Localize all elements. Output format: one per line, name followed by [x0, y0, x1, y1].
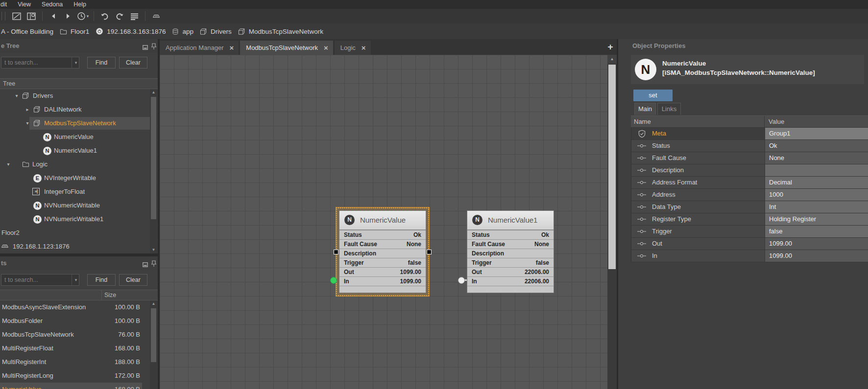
tree-item-numericvalue[interactable]: NNumericValue [0, 130, 150, 144]
tree-item-floor2[interactable]: Floor2 [0, 226, 150, 240]
kits-search-input[interactable] [1, 274, 79, 286]
property-value[interactable]: 1099.00 [765, 250, 868, 262]
tree-item-nvnumericwritable[interactable]: NNVNumericWritable [0, 199, 150, 212]
tree-search-input[interactable] [1, 57, 79, 69]
tree-item-drivers[interactable]: ▾Drivers [0, 89, 150, 103]
scroll-up-icon[interactable]: ▲ [607, 55, 617, 64]
menu-item-sedona[interactable]: Sedona [41, 1, 63, 8]
pin-icon[interactable] [151, 260, 156, 269]
property-row-address-format[interactable]: Address FormatDecimal [631, 177, 868, 189]
menu-item-dit[interactable]: dit [0, 1, 7, 8]
property-value[interactable]: Ok [765, 140, 868, 152]
property-value[interactable]: Group1 [765, 128, 868, 139]
kits-scroll-thumb[interactable] [151, 308, 156, 362]
property-row-meta[interactable]: MetaGroup1 [631, 128, 868, 140]
tree-item-dalinetwork[interactable]: ▸DALINetwork [0, 103, 150, 116]
property-row-data-type[interactable]: Data TypeInt [631, 201, 868, 213]
node-numericvalue1[interactable]: NNumericValue1StatusOkFault CauseNoneDes… [467, 210, 554, 293]
property-row-address[interactable]: Address1000 [631, 189, 868, 201]
property-row-out[interactable]: Out1099.00 [631, 238, 868, 250]
kits-clear-button[interactable]: Clear [119, 274, 147, 286]
nav-back-button[interactable] [46, 10, 61, 22]
resize-handle-right[interactable] [427, 250, 432, 254]
input-port-connected-icon[interactable] [330, 277, 337, 284]
kits-find-button[interactable]: Find [87, 274, 116, 286]
new-tab-button[interactable]: + [605, 41, 616, 53]
breadcrumb-item-modbustcpslavenetwork[interactable]: ModbusTcpSlaveNetwork [238, 28, 323, 35]
tree-scroll-thumb[interactable] [151, 97, 156, 219]
restore-panel-icon[interactable] [143, 43, 148, 52]
scroll-up-icon[interactable]: ▲ [150, 300, 157, 307]
expander-open-icon[interactable]: ▾ [13, 89, 20, 103]
property-value[interactable] [765, 164, 868, 176]
property-row-register-type[interactable]: Register TypeHolding Register [631, 213, 868, 226]
kit-row-multiregisterint[interactable]: MultiRegisterInt188.00 B [0, 355, 150, 369]
toolbar-grip[interactable] [1, 12, 5, 21]
tree-item-modbustcpslavenetwork[interactable]: ▾ModbusTcpSlaveNetwork [0, 116, 150, 130]
kit-row-multiregisterlong[interactable]: MultiRegisterLong172.00 B [0, 369, 150, 383]
close-icon[interactable]: × [324, 45, 328, 51]
property-value[interactable]: 1000 [765, 189, 868, 201]
tree-item-logic[interactable]: ▾Logic [0, 158, 150, 171]
tree-find-button[interactable]: Find [87, 57, 116, 69]
tab-logic[interactable]: Logic× [335, 41, 371, 55]
pin-icon[interactable] [151, 43, 156, 52]
property-value[interactable]: None [765, 152, 868, 164]
property-row-trigger[interactable]: Triggerfalse [631, 226, 868, 238]
resize-handle-left[interactable] [334, 250, 338, 254]
property-value[interactable]: 1099.00 [765, 238, 868, 250]
breadcrumb-item-app[interactable]: app [172, 28, 193, 35]
tree-scrollbar[interactable]: ▲ ▼ [150, 89, 157, 253]
breadcrumb-item-floor1[interactable]: Floor1 [60, 28, 89, 35]
kit-row-modbusfolder[interactable]: ModbusFolder100.00 B [0, 314, 150, 328]
set-button[interactable]: set [633, 90, 673, 101]
canvas-scroll-thumb[interactable] [608, 65, 616, 269]
panel-find-button[interactable] [24, 10, 39, 22]
kit-row-modbustcpslavenetwork[interactable]: ModbusTcpSlaveNetwork76.00 B [0, 328, 150, 342]
property-value[interactable]: false [765, 226, 868, 237]
search-dropdown-caret-icon[interactable]: ▾ [72, 275, 80, 285]
property-row-status[interactable]: StatusOk [631, 140, 868, 152]
properties-tab-links[interactable]: Links [657, 103, 681, 115]
property-row-fault-cause[interactable]: Fault CauseNone [631, 152, 868, 164]
history-button[interactable]: ▾ [75, 10, 90, 22]
tree-item-nvnumericwritable1[interactable]: NNVNumericWritable1 [0, 212, 150, 226]
expander-closed-icon[interactable]: ▸ [24, 103, 31, 116]
property-value[interactable]: Int [765, 201, 868, 213]
tab-application-manager[interactable]: Application Manager× [160, 41, 239, 55]
nav-forward-button[interactable] [61, 10, 75, 22]
property-row-description[interactable]: Description [631, 164, 868, 177]
list-view-button[interactable] [127, 10, 142, 22]
property-value[interactable]: Decimal [765, 177, 868, 188]
scroll-down-icon[interactable]: ▼ [150, 247, 157, 253]
node-numericvalue[interactable]: NNumericValueStatusOkFault CauseNoneDesc… [339, 210, 426, 293]
tree-item-numericvalue1[interactable]: NNumericValue1 [0, 144, 150, 158]
breadcrumb-item-a-office-building[interactable]: A - Office Building [1, 28, 53, 35]
station-button[interactable] [149, 10, 164, 22]
menu-item-help[interactable]: Help [73, 1, 87, 8]
canvas-scrollbar[interactable]: ▲ [607, 55, 617, 389]
tree-clear-button[interactable]: Clear [119, 57, 147, 69]
input-port-icon[interactable] [458, 277, 465, 284]
kits-scrollbar[interactable]: ▲ [150, 300, 157, 389]
expander-open-icon[interactable]: ▾ [5, 158, 12, 171]
redo-button[interactable] [112, 10, 127, 22]
menu-item-view[interactable]: View [17, 1, 31, 8]
tree-item-nvintegerwritable[interactable]: ENVIntegerWritable [0, 171, 150, 185]
tree-item-integertofloat[interactable]: »|IntegerToFloat [0, 185, 150, 199]
undo-button[interactable] [97, 10, 112, 22]
close-icon[interactable]: × [362, 45, 366, 51]
breadcrumb-item-192-168-3-163-1876[interactable]: 192.168.3.163:1876 [96, 27, 166, 35]
kit-row-multiregisterfloat[interactable]: MultiRegisterFloat168.00 B [0, 342, 150, 355]
tab-modbustcpslavenetwork[interactable]: ModbusTcpSlaveNetwork× [240, 41, 333, 55]
tree-item-192-168-1-123-1876[interactable]: 192.168.1.123:1876 [0, 240, 150, 253]
property-value[interactable]: Holding Register [765, 213, 868, 225]
scroll-up-icon[interactable]: ▲ [150, 89, 157, 96]
search-dropdown-caret-icon[interactable]: ▾ [72, 57, 80, 68]
kit-row-modbusasyncslaveextension[interactable]: ModbusAsyncSlaveExtension100.00 B [0, 300, 150, 314]
column-divider[interactable] [101, 290, 102, 300]
property-row-in[interactable]: In1099.00 [631, 250, 868, 262]
wire-sheet-canvas[interactable]: NNumericValueStatusOkFault CauseNoneDesc… [160, 55, 607, 389]
breadcrumb-item-drivers[interactable]: Drivers [200, 28, 232, 35]
kit-row-numericvalue[interactable]: NumericValue168.00 B [0, 383, 150, 389]
